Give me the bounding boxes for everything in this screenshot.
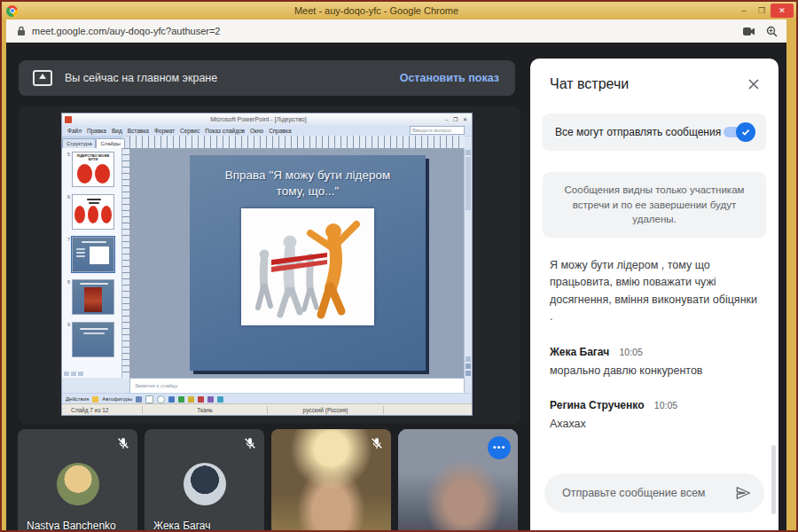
tab-slides[interactable]: Слайды [96, 138, 124, 148]
more-options-button[interactable]: ••• [488, 436, 511, 459]
chat-messages: Я можу бути лідером , тому що працьовита… [530, 238, 778, 433]
shadow-style-icon[interactable] [207, 396, 214, 403]
allow-messages-toggle[interactable] [724, 126, 754, 138]
ppt-window-controls[interactable]: – ❐ ✕ [445, 116, 469, 122]
menu-slideshow[interactable]: Показ слайдов [205, 128, 245, 134]
current-slide[interactable]: Вправа "Я можу бути лідером тому, що..." [190, 155, 426, 371]
close-icon[interactable] [747, 77, 761, 91]
arrow-style-icon[interactable] [217, 396, 223, 403]
rectangle-tool-icon[interactable] [145, 395, 153, 403]
slide-thumbnail[interactable] [72, 194, 114, 230]
chat-input-container [544, 473, 764, 512]
tab-outline[interactable]: Структура [62, 138, 96, 148]
participant-tile[interactable]: Nastya Banchenko [18, 429, 137, 530]
red-oval [95, 164, 110, 184]
mic-off-icon [243, 436, 257, 450]
ask-question-box[interactable]: Введите вопрос [410, 126, 465, 135]
address-bar[interactable]: meet.google.com/auy-doqo-yfc?authuser=2 [6, 20, 786, 43]
thumb-image [84, 287, 102, 312]
ppt-status-bar: Слайд 7 из 12 Ткань русский (Россия) [62, 403, 472, 415]
menu-edit[interactable]: Правка [87, 128, 106, 134]
menu-file[interactable]: Файл [67, 128, 82, 134]
thumbnail-row[interactable]: 7 [64, 237, 120, 272]
message-time: 10:05 [620, 347, 643, 357]
autoshapes-menu[interactable]: Автофигуры [102, 396, 132, 402]
slide-thumbnail-selected[interactable] [72, 237, 114, 272]
menu-window[interactable]: Окно [250, 128, 263, 134]
textbox-tool-icon[interactable] [168, 396, 175, 403]
slide-title: Вправа "Я можу бути лідером тому, що..." [190, 168, 426, 200]
menu-view[interactable]: Вид [112, 128, 122, 134]
screen-share-tile[interactable]: Microsoft PowerPoint - [Лідерство] – ❐ ✕… [19, 106, 520, 424]
ppt-window-title: Microsoft PowerPoint - [Лідерство] [72, 116, 445, 122]
chat-message-input[interactable] [560, 486, 734, 500]
red-oval [74, 206, 85, 223]
close-button[interactable]: ✕ [771, 4, 794, 18]
red-oval [88, 206, 98, 223]
powerpoint-window: Microsoft PowerPoint - [Лідерство] – ❐ ✕… [62, 113, 472, 415]
minimize-button[interactable]: – [735, 4, 753, 17]
actions-menu[interactable]: Действия [66, 396, 89, 402]
slide-thumbnail[interactable] [72, 322, 114, 357]
thumb-number: 5 [64, 152, 70, 187]
thumb-image [90, 246, 109, 264]
ellipse-tool-icon[interactable] [157, 395, 165, 403]
status-language: русский (Россия) [268, 406, 384, 414]
thumbnail-row[interactable]: 5 ЛІДЕРСТВО МОЖЕ БУТИ [64, 152, 120, 187]
menu-insert[interactable]: Вставка [128, 128, 149, 134]
menu-format[interactable]: Формат [154, 128, 175, 134]
window-titlebar[interactable]: Meet - auy-doqo-yfc - Google Chrome – ❐ … [2, 2, 796, 20]
scrollbar-thumb[interactable] [466, 157, 471, 210]
slide-scrollbar[interactable] [464, 148, 472, 378]
slide-thumbnails-pane[interactable]: 5 ЛІДЕРСТВО МОЖЕ БУТИ 6 [62, 148, 122, 378]
slide-image-leader-race [241, 208, 374, 325]
presenting-banner-text: Вы сейчас на главном экране [65, 72, 400, 84]
chat-message: морально давлю конкурентов [550, 363, 757, 379]
slide-thumbnail[interactable] [72, 279, 114, 315]
chrome-logo-icon [6, 5, 18, 17]
notes-pane[interactable]: Заметки к слайду [129, 378, 465, 394]
meet-main-area: Вы сейчас на главном экране Остановить п… [6, 43, 786, 530]
menu-tools[interactable]: Сервис [180, 128, 200, 134]
present-screen-icon [33, 70, 52, 86]
folder-icon[interactable] [92, 396, 98, 403]
line-tool-icon[interactable] [136, 396, 142, 403]
scroll-down-icon[interactable] [466, 356, 471, 362]
maximize-button[interactable]: ❐ [753, 4, 771, 17]
slide-editing-area[interactable]: Вправа "Я можу бути лідером тому, що..." [129, 148, 465, 378]
participant-tile[interactable]: Жека Багач [145, 429, 264, 530]
prev-slide-icon[interactable] [466, 364, 471, 369]
status-slide-counter: Слайд 7 из 12 [62, 406, 143, 414]
chat-title: Чат встречи [550, 76, 747, 92]
scroll-up-icon[interactable] [466, 150, 471, 155]
wordart-tool-icon[interactable] [178, 396, 184, 403]
chat-notice-text: Сообщения видны только участникам встреч… [543, 172, 766, 238]
self-tile[interactable]: ••• Вы [398, 429, 518, 530]
zoom-icon[interactable] [766, 26, 778, 37]
check-icon [740, 127, 751, 137]
thumbnail-row[interactable]: 6 [64, 194, 120, 230]
thumbnail-row[interactable]: 8 [64, 279, 120, 315]
thumb-number: 9 [64, 322, 70, 357]
view-buttons[interactable] [64, 372, 83, 376]
chat-scrollbar[interactable] [771, 445, 776, 514]
thumb-title: ЛІДЕРСТВО МОЖЕ БУТИ [73, 153, 113, 162]
send-button[interactable] [734, 484, 752, 502]
url-text[interactable]: meet.google.com/auy-doqo-yfc?authuser=2 [32, 26, 743, 36]
menu-help[interactable]: Справка [269, 128, 292, 134]
fill-color-icon[interactable] [188, 396, 194, 403]
participant-tile[interactable]: Денис Красильник [271, 429, 391, 530]
thumbnail-row[interactable]: 9 [64, 322, 120, 357]
toggle-label: Все могут отправлять сообщения [555, 126, 724, 138]
thumb-number: 7 [64, 237, 70, 272]
ppt-body: Структура Слайды 5 ЛІДЕРСТВО МОЖЕ БУТИ [62, 136, 472, 394]
media-control-icon[interactable] [743, 27, 755, 36]
horizontal-ruler [129, 136, 465, 149]
next-slide-icon[interactable] [466, 371, 471, 376]
avatar [57, 463, 99, 505]
message-sender: Жека Багач [550, 346, 609, 358]
slide-thumbnail[interactable]: ЛІДЕРСТВО МОЖЕ БУТИ [72, 152, 114, 187]
stop-presenting-link[interactable]: Остановить показ [400, 72, 499, 84]
send-icon [734, 484, 752, 502]
line-color-icon[interactable] [198, 396, 204, 403]
